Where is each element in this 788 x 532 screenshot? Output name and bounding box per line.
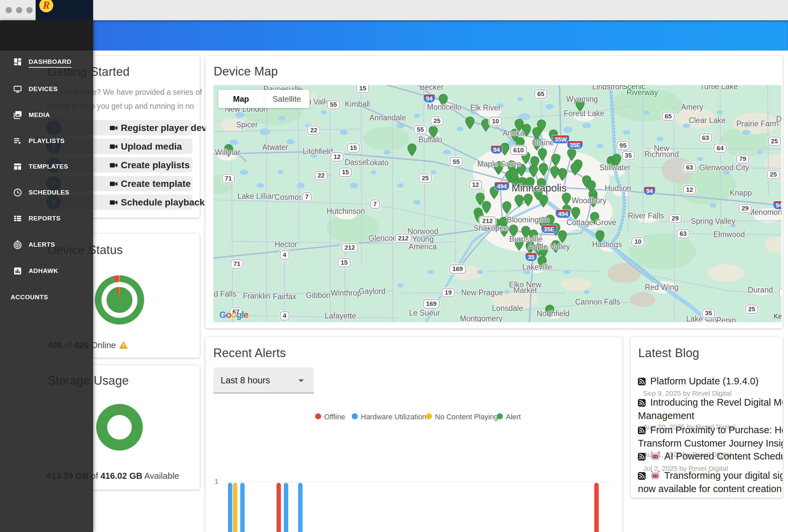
route-shield-25: 25 [768, 137, 781, 146]
device-map-marker[interactable] [515, 195, 524, 207]
storage-donut-chart[interactable] [96, 404, 143, 451]
devices-icon [13, 84, 22, 94]
map-city-label: Northfield [537, 309, 569, 318]
window-control-dot[interactable] [6, 7, 12, 13]
interstate-shield-35E: 35E [567, 141, 583, 149]
video-icon [110, 180, 118, 189]
sidebar-item-label: ADHAWK [28, 267, 58, 275]
blog-post-title[interactable]: Transforming your digital signage with A… [638, 470, 783, 483]
google-logo[interactable]: Google [219, 310, 248, 320]
route-shield-10: 10 [631, 237, 644, 246]
device-map-marker[interactable] [558, 230, 567, 243]
device-map-marker[interactable] [482, 201, 491, 213]
legend-label: No Content Playing [435, 413, 498, 421]
blog-post-title[interactable]: From Proximity to Purchase: How Revel Di… [638, 424, 783, 437]
route-shield-25: 25 [430, 116, 443, 126]
adhawk-icon [13, 266, 22, 275]
map-city-label: Apple Valley [528, 242, 570, 251]
route-shield-15: 15 [339, 168, 352, 177]
sidebar-item-alerts[interactable]: ALERTS [0, 235, 93, 255]
satellite-button[interactable]: Satellite [264, 90, 310, 108]
sidebar-item-label: REPORTS [28, 215, 61, 222]
map-city-label: Lake Lillian [237, 192, 276, 201]
legend-label: Offline [324, 413, 345, 421]
device-map-marker[interactable] [562, 193, 571, 205]
route-shield-71: 71 [230, 259, 243, 269]
device-map-marker[interactable] [550, 166, 559, 179]
sidebar-item-label: MEDIA [28, 111, 50, 119]
alert-bar[interactable] [233, 483, 237, 532]
alert-bar[interactable] [228, 483, 232, 532]
device-map-marker[interactable] [571, 207, 580, 220]
device-map-marker[interactable] [567, 148, 576, 161]
video-icon [110, 124, 118, 134]
warning-icon [119, 341, 128, 351]
latest-blog-card: Latest Blog Platform Update (1.9.4.0)Sep… [631, 337, 783, 498]
map-city-label: Becker [420, 85, 444, 92]
device-map-marker[interactable] [571, 163, 579, 175]
interstate-shield-94: 94 [491, 145, 503, 154]
map-city-label: Glencoe [368, 234, 397, 243]
blog-post[interactable]: Transforming your digital signage with A… [638, 470, 783, 498]
legend-dot [315, 413, 321, 419]
blog-post[interactable]: AI Powered Content SchedulingJul 2, 2025… [638, 450, 783, 472]
blog-post-title-line2: Management [638, 410, 783, 422]
device-map-marker[interactable] [558, 168, 567, 181]
device-map-marker[interactable] [408, 144, 416, 156]
device-map-marker[interactable] [539, 163, 548, 176]
time-range-select[interactable]: Last 8 hours [213, 367, 314, 393]
map-button[interactable]: Map [218, 90, 264, 108]
route-shield-55: 55 [414, 125, 427, 134]
sidebar-item-media[interactable]: MEDIA [0, 105, 93, 125]
device-map-marker[interactable] [529, 165, 538, 177]
device-map-marker[interactable] [539, 195, 548, 207]
device-map-marker[interactable] [466, 117, 474, 129]
blog-post-title[interactable]: Introducing the Revel Digital MCP Server… [638, 396, 783, 410]
map-city-label: Maple Grove [477, 160, 521, 168]
device-status-donut-chart[interactable] [95, 275, 144, 325]
recent-alerts-card: Recent Alerts Last 8 hours OfflineHardwa… [205, 337, 622, 532]
route-shield-95: 95 [616, 141, 629, 150]
sidebar-item-adhawk[interactable]: ADHAWK [0, 261, 93, 281]
sidebar-item-devices[interactable]: DEVICES [0, 79, 93, 99]
sidebar-item-schedules[interactable]: SCHEDULES [0, 183, 93, 203]
window-control-dot[interactable] [16, 7, 22, 13]
route-shield-25: 25 [419, 173, 432, 183]
map-city-label: Forest Lake [564, 109, 604, 118]
route-shield-71: 71 [222, 174, 235, 183]
map-city-label: Willmar [215, 148, 241, 157]
sidebar-item-templates[interactable]: TEMPLATES [0, 157, 93, 177]
interstate-shield-94: 94 [773, 201, 781, 209]
device-map-marker[interactable] [538, 148, 547, 161]
blog-post-title[interactable]: Platform Update (1.9.4.0) [638, 375, 783, 388]
device-map-marker[interactable] [551, 154, 560, 166]
alert-bar[interactable] [298, 483, 302, 532]
device-map-marker[interactable] [503, 202, 511, 214]
route-shield-63: 63 [683, 163, 696, 172]
rss-icon [638, 470, 646, 483]
window-control-dot[interactable] [26, 7, 33, 13]
sidebar-item-dashboard[interactable]: DASHBOARD [0, 52, 93, 72]
latest-blog-title: Latest Blog [638, 346, 699, 360]
blog-post[interactable]: Platform Update (1.9.4.0)Sep 9, 2025 by … [638, 375, 783, 397]
schedules-icon [13, 188, 22, 197]
robot-icon [650, 451, 660, 464]
interstate-shield-94: 94 [423, 94, 435, 103]
map-city-label: Annandale [369, 114, 406, 122]
revel-logo[interactable]: R [39, 0, 53, 12]
sidebar-item-accounts[interactable]: ACCOUNTS [0, 287, 93, 307]
sidebar-item-reports[interactable]: REPORTS [0, 208, 93, 228]
map-city-label: Richmond [644, 150, 679, 159]
alert-bar[interactable] [284, 483, 288, 532]
route-shield-7: 7 [370, 200, 380, 209]
alert-bar[interactable] [277, 483, 281, 532]
alert-bar[interactable] [594, 483, 599, 532]
google-map[interactable]: BeckerMonticelloElk RiverAnnandaleBuffal… [213, 85, 781, 322]
device-map-marker[interactable] [524, 194, 532, 206]
alert-bar[interactable] [240, 483, 244, 532]
map-city-label: Cannon Falls [575, 298, 620, 307]
dashboard-icon [13, 57, 22, 66]
sidebar-item-playlists[interactable]: PLAYLISTS [0, 131, 93, 151]
blog-post-title[interactable]: AI Powered Content Scheduling [638, 450, 783, 464]
keyboard-shortcuts-hint[interactable]: Keyb [774, 312, 781, 320]
